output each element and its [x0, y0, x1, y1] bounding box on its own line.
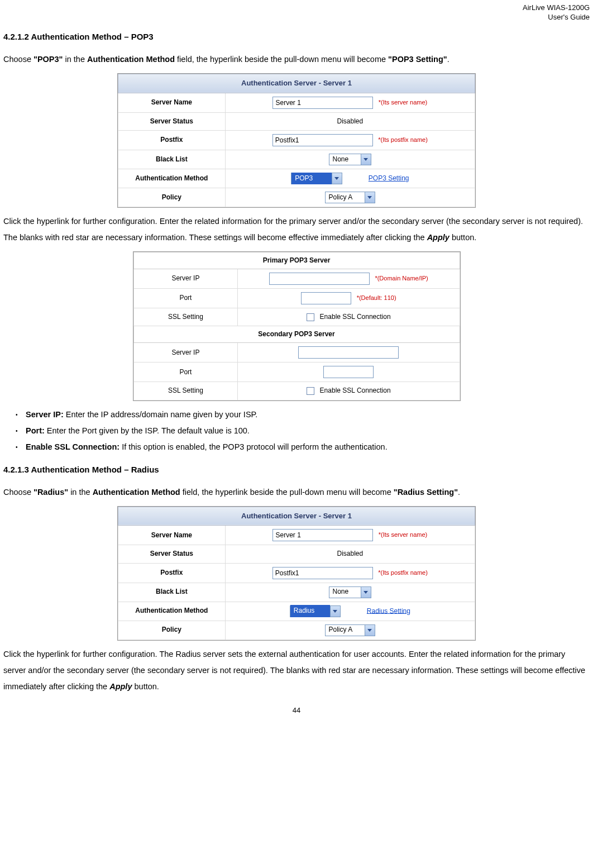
hint-server-name: *(Its server name): [379, 99, 427, 106]
fig1-title: Authentication Server - Server 1: [118, 74, 475, 93]
section-pop3-intro: Choose "POP3" in the Authentication Meth…: [3, 51, 590, 68]
select-auth-method[interactable]: POP3: [291, 173, 342, 184]
text: Click the hyperlink for further configur…: [3, 217, 583, 242]
hint-primary-serverip: *(Domain Name/IP): [375, 275, 428, 282]
bullet-list-pop3: Server IP: Enter the IP address/domain n…: [3, 407, 590, 455]
fig2-title-primary: Primary POP3 Server: [133, 252, 460, 269]
chevron-down-icon: [361, 587, 371, 598]
input-primary-port[interactable]: [301, 292, 351, 304]
figure-auth-server-radius: Authentication Server - Server 1 Server …: [117, 506, 476, 641]
section-heading-radius: 4.2.1.3 Authentication Method – Radius: [3, 463, 590, 476]
chevron-down-icon: [365, 192, 375, 203]
fig2-title-secondary: Secondary POP3 Server: [133, 326, 460, 343]
select-value: POP3: [291, 173, 332, 184]
checkbox-secondary-ssl[interactable]: [307, 387, 314, 395]
select-value: None: [329, 154, 361, 165]
text: in the: [68, 488, 93, 497]
bold-italic-text: Apply: [109, 682, 132, 691]
select-policy[interactable]: Policy A: [325, 624, 376, 636]
bold-text: "POP3": [34, 55, 63, 64]
select-black-list[interactable]: None: [329, 154, 372, 165]
label-auth-method: Authentication Method: [118, 602, 226, 621]
label-server-name: Server Name: [118, 93, 226, 112]
link-pop3-setting[interactable]: POP3 Setting: [369, 174, 409, 182]
label-black-list: Black List: [118, 583, 226, 602]
page-header: AirLive WIAS-1200G User's Guide: [3, 0, 590, 22]
label-secondary-serverip: Server IP: [133, 343, 238, 363]
label-policy: Policy: [118, 621, 226, 640]
select-value: Policy A: [326, 624, 365, 636]
label-server-name: Server Name: [118, 526, 226, 545]
bullet-label: Port:: [26, 426, 45, 435]
bold-text: "Radius": [34, 488, 68, 497]
bold-text: Authentication Method: [87, 55, 175, 64]
input-primary-serverip[interactable]: [269, 273, 370, 285]
chevron-down-icon: [365, 625, 375, 636]
bold-text: "POP3 Setting": [388, 55, 447, 64]
label-secondary-port: Port: [133, 363, 238, 382]
bullet-text: If this option is enabled, the POP3 prot…: [119, 442, 388, 451]
label-server-status: Server Status: [118, 545, 226, 563]
figure-auth-server-pop3: Authentication Server - Server 1 Server …: [117, 73, 476, 208]
section-radius-intro: Choose "Radius" in the Authentication Me…: [3, 484, 590, 500]
doc-subtitle: User's Guide: [548, 13, 590, 21]
section-radius-followup: Click the hyperlink for further configur…: [3, 646, 590, 695]
text-secondary-ssl: Enable SSL Connection: [320, 387, 391, 394]
chevron-down-icon: [332, 173, 342, 184]
label-secondary-ssl: SSL Setting: [133, 382, 238, 400]
value-server-status: Disabled: [225, 112, 475, 130]
hint-server-name: *(Its server name): [379, 531, 427, 538]
link-radius-setting[interactable]: Radius Setting: [367, 607, 410, 614]
text: field, the hyperlink beside the pull-dow…: [180, 488, 394, 497]
label-auth-method: Authentication Method: [118, 169, 226, 188]
text: button.: [449, 233, 476, 242]
text: in the: [63, 55, 87, 64]
label-black-list: Black List: [118, 150, 226, 169]
label-policy: Policy: [118, 188, 226, 207]
chevron-down-icon: [361, 154, 371, 165]
label-primary-serverip: Server IP: [133, 269, 238, 288]
text: Choose: [3, 488, 34, 497]
label-postfix: Postfix: [118, 130, 226, 150]
text: button.: [132, 682, 159, 691]
select-value: None: [329, 586, 361, 598]
label-server-status: Server Status: [118, 112, 226, 130]
select-value: Radius: [290, 605, 330, 617]
hint-postfix: *(Its postfix name): [378, 569, 428, 576]
checkbox-primary-ssl[interactable]: [307, 313, 314, 321]
hint-primary-port: *(Default: 110): [357, 294, 396, 301]
text: .: [458, 488, 460, 497]
select-auth-method[interactable]: Radius: [290, 605, 341, 617]
bullet-port: Port: Enter the Port given by the ISP. T…: [16, 423, 590, 439]
input-server-name[interactable]: [272, 529, 373, 541]
chevron-down-icon: [330, 606, 340, 617]
value-server-status: Disabled: [225, 545, 475, 563]
bullet-label: Enable SSL Connection:: [26, 442, 119, 451]
product-name: AirLive WIAS-1200G: [523, 3, 590, 12]
bold-text: Authentication Method: [93, 488, 180, 497]
bullet-text: Enter the IP address/domain name given b…: [64, 410, 258, 419]
input-secondary-serverip[interactable]: [298, 346, 399, 359]
bullet-text: Enter the Port given by the ISP. The def…: [45, 426, 250, 435]
input-server-name[interactable]: [272, 97, 373, 109]
input-postfix[interactable]: [272, 134, 373, 146]
page-number: 44: [3, 705, 590, 717]
label-postfix: Postfix: [118, 563, 226, 583]
input-secondary-port[interactable]: [323, 366, 374, 378]
label-primary-port: Port: [133, 288, 238, 308]
fig3-title: Authentication Server - Server 1: [118, 507, 475, 526]
bullet-server-ip: Server IP: Enter the IP address/domain n…: [16, 407, 590, 423]
bullet-label: Server IP:: [26, 410, 64, 419]
select-policy[interactable]: Policy A: [325, 192, 376, 203]
select-black-list[interactable]: None: [329, 586, 372, 598]
section-heading-pop3: 4.2.1.2 Authentication Method – POP3: [3, 30, 590, 44]
hint-postfix: *(Its postfix name): [378, 136, 428, 143]
bullet-ssl: Enable SSL Connection: If this option is…: [16, 439, 590, 455]
text: .: [447, 55, 449, 64]
section-pop3-followup: Click the hyperlink for further configur…: [3, 213, 590, 246]
input-postfix[interactable]: [272, 567, 373, 579]
bold-italic-text: Apply: [427, 233, 449, 242]
text: Click the hyperlink for further configur…: [3, 650, 585, 691]
text: Choose: [3, 55, 34, 64]
figure-pop3-servers: Primary POP3 Server Server IP *(Domain N…: [133, 251, 461, 401]
